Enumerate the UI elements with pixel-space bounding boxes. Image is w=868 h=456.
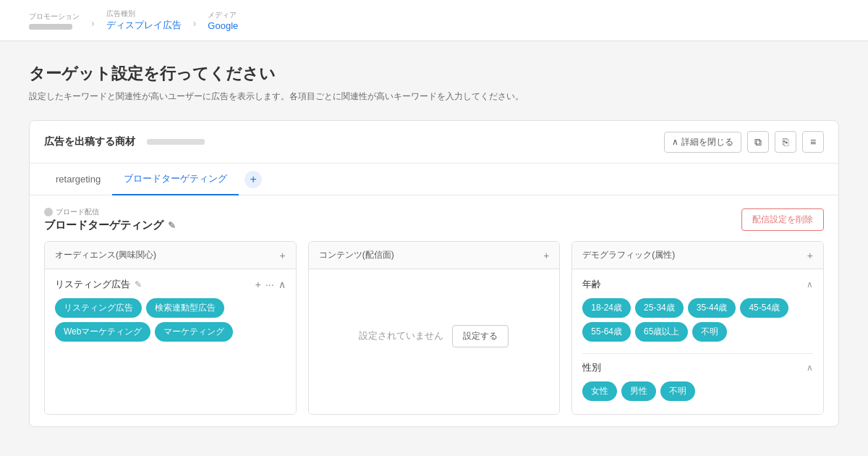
audience-tag[interactable]: リスティング広告 [55, 298, 142, 318]
tab-add-button[interactable]: + [244, 171, 262, 188]
edit-icon[interactable]: ✎ [168, 220, 176, 231]
audience-panel-body: リスティング広告 ✎ + ··· ∧ リスティング広告検索連動型広告Webマーケ… [45, 269, 296, 414]
list-button[interactable]: ≡ [802, 131, 824, 153]
audience-panel-header: オーディエンス(興味関心) + [45, 242, 296, 269]
content-panel-header: コンテンツ(配信面) + [309, 242, 560, 269]
audience-header-icons: + [279, 250, 285, 261]
content-header-icons: + [543, 250, 549, 261]
age-tag[interactable]: 35-44歳 [688, 298, 736, 318]
age-tag[interactable]: 55-64歳 [582, 322, 631, 342]
audience-sub-title-text: リスティング広告 [55, 278, 130, 291]
add-icon: + [250, 173, 256, 186]
card-header: 広告を出稿する商材 ∧ 詳細を閉じる ⧉ ⎘ ≡ [30, 121, 838, 164]
audience-add-icon[interactable]: + [279, 250, 285, 261]
breadcrumb-arrow-1: › [91, 12, 95, 29]
age-tags: 18-24歳25-34歳35-44歳45-54歳55-64歳65歳以上不明 [582, 298, 813, 342]
age-header: 年齢 ∧ [582, 278, 813, 291]
content-empty-text: 設定されていません [359, 329, 443, 342]
copy-button-1[interactable]: ⧉ [747, 131, 769, 153]
audience-panel-title: オーディエンス(興味関心) [55, 249, 156, 261]
age-tag[interactable]: 25-34歳 [635, 298, 684, 318]
card-header-right: ∧ 詳細を閉じる ⧉ ⎘ ≡ [664, 131, 824, 153]
demographic-divider [582, 353, 813, 354]
audience-tag[interactable]: Webマーケティング [55, 322, 150, 342]
breadcrumb-ad-type-label: 広告種別 [106, 9, 182, 19]
copy-icon-2: ⎘ [783, 136, 788, 148]
age-tag[interactable]: 不明 [692, 322, 727, 342]
delete-button[interactable]: 配信設定を削除 [741, 208, 824, 231]
audience-more-icon[interactable]: ··· [265, 279, 274, 290]
age-tag[interactable]: 18-24歳 [582, 298, 631, 318]
demographic-header-icons: + [807, 250, 813, 261]
breadcrumb-ad-type-value: ディスプレイ広告 [106, 19, 182, 32]
tab-broad-targeting[interactable]: ブロードターゲティング [112, 164, 239, 195]
demographic-panel-body: 年齢 ∧ 18-24歳25-34歳35-44歳45-54歳55-64歳65歳以上… [572, 269, 823, 414]
card-header-placeholder [147, 139, 205, 145]
age-collapse-icon[interactable]: ∧ [807, 279, 813, 290]
breadcrumb-media-value: Google [208, 20, 238, 31]
audience-sub-actions: + ··· ∧ [255, 279, 286, 290]
tabs-bar: retargeting ブロードターゲティング + [30, 164, 838, 195]
content-panel-body: 設定されていません 設定する [309, 269, 560, 414]
gender-header: 性別 ∧ [582, 361, 813, 374]
broad-tag: ブロード配信 [44, 207, 176, 217]
demographic-panel-header: デモグラフィック(属性) + [572, 242, 823, 269]
tab-retargeting[interactable]: retargeting [44, 165, 112, 195]
gender-section: 性別 ∧ 女性男性不明 [582, 361, 813, 401]
age-tag[interactable]: 65歳以上 [635, 322, 688, 342]
breadcrumb-ad-type: 広告種別 ディスプレイ広告 [106, 9, 182, 32]
card-title: 広告を出稿する商材 [44, 135, 135, 148]
copy-icon-1: ⧉ [754, 136, 762, 148]
main-card: 広告を出稿する商材 ∧ 詳細を閉じる ⧉ ⎘ ≡ r [29, 120, 839, 427]
audience-edit-icon[interactable]: ✎ [135, 279, 142, 290]
targeting-grid: オーディエンス(興味関心) + リスティング広告 ✎ + [44, 241, 824, 415]
chevron-up-icon: ∧ [672, 137, 678, 147]
collapse-button[interactable]: ∧ 詳細を閉じる [664, 132, 741, 153]
main-content: ターゲット設定を行ってください 設定したキーワードと関連性が高いユーザーに広告を… [0, 41, 868, 449]
audience-tag[interactable]: 検索連動型広告 [146, 298, 224, 318]
breadcrumb-promotion-placeholder [29, 24, 72, 30]
broad-tag-icon [44, 208, 53, 216]
page-title: ターゲット設定を行ってください [29, 63, 839, 85]
list-icon: ≡ [810, 136, 816, 148]
content-panel-title: コンテンツ(配信面) [319, 249, 394, 261]
demographic-add-icon[interactable]: + [807, 250, 813, 261]
demographic-panel: デモグラフィック(属性) + 年齢 ∧ 18-24歳25-34歳35 [571, 241, 824, 415]
page-description: 設定したキーワードと関連性が高いユーザーに広告を表示します。各項目ごとに関連性が… [29, 90, 839, 103]
copy-button-2[interactable]: ⎘ [775, 131, 796, 153]
broad-meta-label: ブロード配信 [56, 207, 99, 217]
card-header-left: 広告を出稿する商材 [44, 135, 205, 148]
breadcrumb-promotion-label: プロモーション [29, 12, 80, 22]
audience-sub-title: リスティング広告 ✎ [55, 278, 142, 291]
age-section: 年齢 ∧ 18-24歳25-34歳35-44歳45-54歳55-64歳65歳以上… [582, 278, 813, 342]
audience-tag[interactable]: マーケティング [155, 322, 233, 342]
content-empty-row: 設定されていません 設定する [359, 325, 509, 347]
gender-tag[interactable]: 男性 [621, 381, 656, 401]
audience-tags: リスティング広告検索連動型広告Webマーケティングマーケティング [55, 298, 286, 342]
gender-collapse-icon[interactable]: ∧ [807, 363, 813, 373]
breadcrumb-bar: プロモーション › 広告種別 ディスプレイ広告 › メディア Google [0, 0, 868, 41]
breadcrumb-media: メディア Google [208, 10, 238, 31]
gender-tag[interactable]: 不明 [660, 381, 695, 401]
broad-section: ブロード配信 ブロードターゲティング ✎ 配信設定を削除 オーディエンス(興味関… [30, 195, 838, 426]
breadcrumb-promotion: プロモーション [29, 12, 80, 30]
audience-add-tag-icon[interactable]: + [255, 279, 261, 290]
breadcrumb-arrow-2: › [193, 12, 197, 29]
broad-meta-left: ブロード配信 ブロードターゲティング ✎ [44, 207, 176, 232]
gender-tags: 女性男性不明 [582, 381, 813, 401]
broad-name: ブロードターゲティング ✎ [44, 219, 176, 232]
content-add-icon[interactable]: + [543, 250, 549, 261]
broad-name-text: ブロードターゲティング [44, 219, 163, 232]
gender-label: 性別 [582, 361, 601, 374]
content-panel: コンテンツ(配信面) + 設定されていません 設定する [308, 241, 561, 415]
gender-tag[interactable]: 女性 [582, 381, 617, 401]
breadcrumb-media-label: メディア [208, 10, 238, 20]
age-label: 年齢 [582, 278, 601, 291]
content-set-button[interactable]: 設定する [452, 325, 509, 347]
audience-panel: オーディエンス(興味関心) + リスティング広告 ✎ + [44, 241, 297, 415]
content-empty-panel: 設定されていません 設定する [319, 278, 550, 394]
audience-collapse-icon[interactable]: ∧ [278, 279, 286, 290]
audience-sub-header: リスティング広告 ✎ + ··· ∧ [55, 278, 286, 291]
broad-meta: ブロード配信 ブロードターゲティング ✎ 配信設定を削除 [44, 207, 824, 232]
age-tag[interactable]: 45-54歳 [740, 298, 788, 318]
